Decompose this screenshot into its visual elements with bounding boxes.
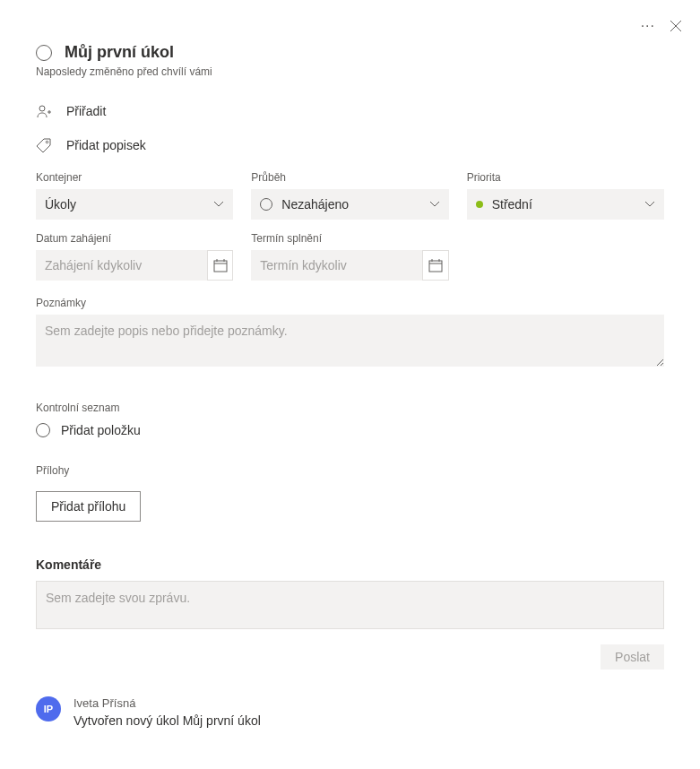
avatar: IP xyxy=(36,696,61,721)
comment-textarea[interactable] xyxy=(36,581,664,629)
progress-value: Nezahájeno xyxy=(281,197,349,212)
svg-point-0 xyxy=(39,106,45,111)
add-label-label: Přidat popisek xyxy=(66,138,146,152)
more-options-icon[interactable]: ··· xyxy=(641,18,655,34)
activity-entry: IP Iveta Přísná Vytvořen nový úkol Můj p… xyxy=(36,696,664,728)
svg-rect-3 xyxy=(429,261,442,272)
priority-label: Priorita xyxy=(467,171,664,184)
start-date-input-wrap[interactable] xyxy=(36,250,208,281)
send-comment-button[interactable]: Poslat xyxy=(601,644,664,670)
due-date-input[interactable] xyxy=(260,258,414,272)
container-select[interactable]: Úkoly xyxy=(36,189,233,220)
chevron-down-icon xyxy=(644,201,655,208)
due-date-label: Termín splnění xyxy=(251,232,448,245)
activity-author: Iveta Přísná xyxy=(73,696,664,710)
attachments-label: Přílohy xyxy=(36,464,664,477)
container-value: Úkoly xyxy=(45,197,76,212)
close-icon[interactable] xyxy=(670,20,682,32)
tag-icon xyxy=(36,137,52,153)
svg-rect-2 xyxy=(214,261,227,272)
checklist-label: Kontrolní seznam xyxy=(36,402,664,414)
chevron-down-icon xyxy=(213,201,224,208)
status-circle-icon xyxy=(260,198,272,211)
checklist-circle-icon xyxy=(36,423,50,437)
add-label-button[interactable]: Přidat popisek xyxy=(36,137,664,153)
add-checklist-item-label: Přidat položku xyxy=(61,423,141,437)
progress-label: Průběh xyxy=(251,171,448,184)
priority-select[interactable]: Střední xyxy=(467,189,664,220)
comments-label: Komentáře xyxy=(36,557,664,572)
task-title[interactable]: Můj první úkol xyxy=(65,43,174,62)
activity-text: Vytvořen nový úkol Můj první úkol xyxy=(73,713,664,728)
calendar-icon xyxy=(428,258,443,272)
priority-dot-icon xyxy=(476,201,483,208)
svg-point-1 xyxy=(46,141,48,143)
notes-textarea[interactable] xyxy=(36,315,664,367)
due-date-input-wrap[interactable] xyxy=(251,250,423,281)
add-attachment-button[interactable]: Přidat přílohu xyxy=(36,491,141,522)
person-add-icon xyxy=(36,103,52,119)
complete-task-checkbox[interactable] xyxy=(36,45,52,61)
start-date-input[interactable] xyxy=(45,258,199,272)
container-label: Kontejner xyxy=(36,171,233,184)
start-date-label: Datum zahájení xyxy=(36,232,233,245)
progress-select[interactable]: Nezahájeno xyxy=(251,189,448,220)
add-checklist-item-button[interactable]: Přidat položku xyxy=(36,423,664,437)
last-modified-text: Naposledy změněno před chvílí vámi xyxy=(36,65,664,78)
calendar-icon xyxy=(213,258,228,272)
assign-button[interactable]: Přiřadit xyxy=(36,103,664,119)
due-date-calendar-button[interactable] xyxy=(422,250,448,281)
priority-value: Střední xyxy=(492,197,532,212)
notes-label: Poznámky xyxy=(36,297,664,309)
assign-label: Přiřadit xyxy=(66,104,106,118)
start-date-calendar-button[interactable] xyxy=(207,250,233,281)
chevron-down-icon xyxy=(429,201,440,208)
